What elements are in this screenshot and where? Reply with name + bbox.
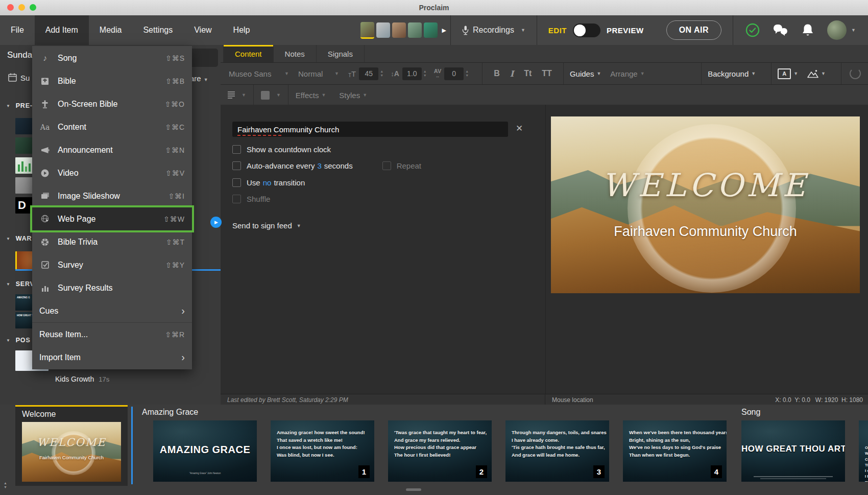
line-height-stepper[interactable]: ▲▼ — [423, 69, 427, 77]
image-mountain-icon — [807, 69, 818, 78]
menu-item-reuse-item[interactable]: Reuse Item... ⇧⌘R — [32, 323, 192, 346]
checkbox[interactable] — [232, 178, 241, 187]
notifications-bell-icon[interactable] — [802, 23, 814, 37]
menu-item-bible-trivia[interactable]: Bible Trivia ⇧⌘T — [32, 230, 192, 253]
background-dropdown[interactable]: Background▼ — [708, 69, 756, 78]
effects-dropdown[interactable]: Effects▼ — [296, 91, 326, 100]
slide-amazing-grace-title[interactable]: AMAZING GRACE "Amazing Grace" John Newto… — [153, 420, 257, 482]
section-post-service[interactable]: ▼ POS — [6, 337, 31, 344]
checkbox[interactable] — [232, 161, 241, 170]
bold-button[interactable]: B — [494, 69, 500, 78]
edit-preview-toggle[interactable] — [573, 23, 600, 37]
font-size-input[interactable]: 45 — [359, 67, 378, 80]
slide-how-great-thou-art-title[interactable]: HOW GREAT THOU ART — [741, 420, 845, 482]
option-countdown-clock[interactable]: Show a countdown clock — [232, 144, 331, 154]
text-color-dropdown[interactable]: ▼ — [254, 85, 288, 105]
tab-notes[interactable]: Notes — [274, 45, 317, 62]
close-window-icon[interactable] — [7, 4, 14, 11]
chat-icon[interactable] — [773, 24, 788, 36]
user-account-menu[interactable]: ▼ — [827, 20, 856, 40]
menu-item-content[interactable]: Aa Content ⇧⌘C — [32, 115, 192, 138]
option-shuffle[interactable]: Shuffle — [232, 194, 270, 204]
tab-signals[interactable]: Signals — [317, 45, 365, 62]
menu-item-announcement[interactable]: Announcement ⇧⌘N — [32, 138, 192, 161]
filmstrip-resize-icon[interactable]: ▲▼ — [4, 481, 7, 490]
slide-verse-3[interactable]: Through many dangers, toils, and snares … — [505, 420, 609, 482]
alignment-dropdown[interactable]: ▼ — [221, 85, 254, 105]
auto-advance-seconds-value[interactable]: 3 — [317, 161, 321, 170]
avatar[interactable] — [376, 22, 390, 38]
slide-verse-1[interactable]: Amazing grace! how sweet the sound! That… — [271, 420, 374, 482]
avatar[interactable] — [392, 22, 406, 38]
menu-item-video[interactable]: Video ⇧⌘V — [32, 161, 192, 184]
menu-item-on-screen-bible[interactable]: On-Screen Bible ⇧⌘O — [32, 92, 192, 115]
avatar[interactable] — [360, 22, 374, 39]
letter-spacing-stepper[interactable]: ▲▼ — [465, 69, 469, 77]
minimize-window-icon[interactable] — [18, 4, 25, 11]
menu-item-survey-results[interactable]: Survey Results — [32, 276, 192, 299]
menu-add-item[interactable]: Add Item — [35, 15, 89, 45]
menu-help[interactable]: Help — [223, 15, 261, 45]
menu-item-image-slideshow[interactable]: Image Slideshow ⇧⌘I — [32, 184, 192, 207]
avatar[interactable] — [424, 22, 438, 38]
menu-settings[interactable]: Settings — [132, 15, 183, 45]
send-to-sign-feed-dropdown[interactable]: Send to sign feed▼ — [232, 221, 301, 230]
share-button[interactable]: are▼ — [190, 74, 208, 83]
styles-dropdown[interactable]: Styles▼ — [339, 91, 367, 100]
add-textbox-dropdown[interactable]: A ▼ — [778, 68, 798, 79]
zoom-window-icon[interactable] — [30, 4, 36, 11]
slide-verse-4[interactable]: When we've been there ten thousand years… — [623, 420, 727, 482]
collapse-icon: ▼ — [6, 338, 11, 343]
slide-preview[interactable]: WELCOME Fairhaven Community Church — [551, 116, 860, 293]
menu-item-import-item[interactable]: Import Item — [32, 346, 192, 369]
expand-avatars-icon[interactable]: ▶ — [442, 27, 446, 34]
menu-item-cues[interactable]: Cues — [32, 299, 192, 322]
filmstrip-section-label: Song — [741, 408, 760, 417]
menu-item-web-page[interactable]: Web Page ⇧⌘W — [32, 207, 192, 230]
option-transition[interactable]: Use no transition — [232, 177, 305, 187]
slide-preview-panel: WELCOME Fairhaven Community Church — [545, 105, 868, 394]
letter-spacing-input[interactable]: 0 — [444, 67, 464, 80]
section-warm-up[interactable]: ▼ WAR — [6, 235, 32, 242]
slide-verse-2[interactable]: 'Twas grace that taught my heart to fear… — [388, 420, 492, 482]
window-titlebar: Proclaim — [0, 0, 868, 16]
transition-value[interactable]: no — [263, 178, 272, 187]
welcome-slide-thumbnail[interactable]: WELCOME Fairhaven Community Church — [22, 422, 121, 482]
section-service[interactable]: ▼ SERV — [6, 280, 35, 288]
refresh-icon[interactable] — [850, 68, 861, 79]
quick-play-button[interactable]: ▶ — [210, 217, 222, 228]
sidebar-header-button[interactable] — [188, 49, 218, 67]
clear-title-icon[interactable]: ✕ — [516, 124, 523, 133]
font-style-dropdown[interactable]: Normal▼ — [298, 69, 339, 78]
slide-title-text: WELCOME — [551, 167, 860, 204]
checkbox-repeat[interactable] — [382, 161, 391, 170]
item-kids-growth[interactable]: Kids Growth17s — [55, 375, 109, 383]
filmstrip-item-welcome[interactable]: Welcome WELCOME Fairhaven Community Chur… — [15, 405, 128, 486]
checkbox[interactable] — [232, 195, 241, 203]
font-size-stepper[interactable]: ▲▼ — [380, 69, 383, 77]
line-height-input[interactable]: 1.0 — [402, 67, 422, 80]
recordings-dropdown[interactable]: Recordings ▼ — [451, 15, 537, 45]
menu-item-survey[interactable]: Survey ⇧⌘Y — [32, 253, 192, 276]
menu-view[interactable]: View — [183, 15, 222, 45]
menu-item-song[interactable]: ♪ Song ⇧⌘S — [32, 46, 192, 69]
section-pre-service[interactable]: ▼ PRE- — [6, 102, 33, 109]
all-caps-button[interactable]: TT — [542, 69, 552, 78]
guides-dropdown[interactable]: Guides▼ — [570, 69, 601, 78]
option-auto-advance[interactable]: Auto-advance every 3 seconds Repeat — [232, 160, 421, 171]
menu-file[interactable]: File — [0, 15, 35, 45]
tab-content[interactable]: Content — [223, 45, 274, 62]
add-image-dropdown[interactable]: ▼ — [807, 69, 826, 78]
avatar[interactable] — [408, 22, 422, 38]
slide-partial[interactable]: O Lor When Consi Thy h I see I hea Thy p… — [859, 420, 868, 482]
menu-item-bible[interactable]: Bible ⇧⌘B — [32, 69, 192, 92]
arrange-dropdown[interactable]: Arrange▼ — [610, 69, 644, 78]
menu-media[interactable]: Media — [89, 15, 133, 45]
checkbox[interactable] — [232, 145, 241, 154]
on-air-button[interactable]: ON AIR — [666, 20, 721, 40]
font-family-dropdown[interactable]: Museo Sans▼ — [229, 69, 289, 78]
italic-button[interactable]: I — [510, 69, 514, 79]
sync-check-icon[interactable] — [745, 23, 760, 37]
small-caps-button[interactable]: Tt — [524, 69, 532, 78]
filmstrip-drag-handle[interactable] — [406, 488, 421, 491]
